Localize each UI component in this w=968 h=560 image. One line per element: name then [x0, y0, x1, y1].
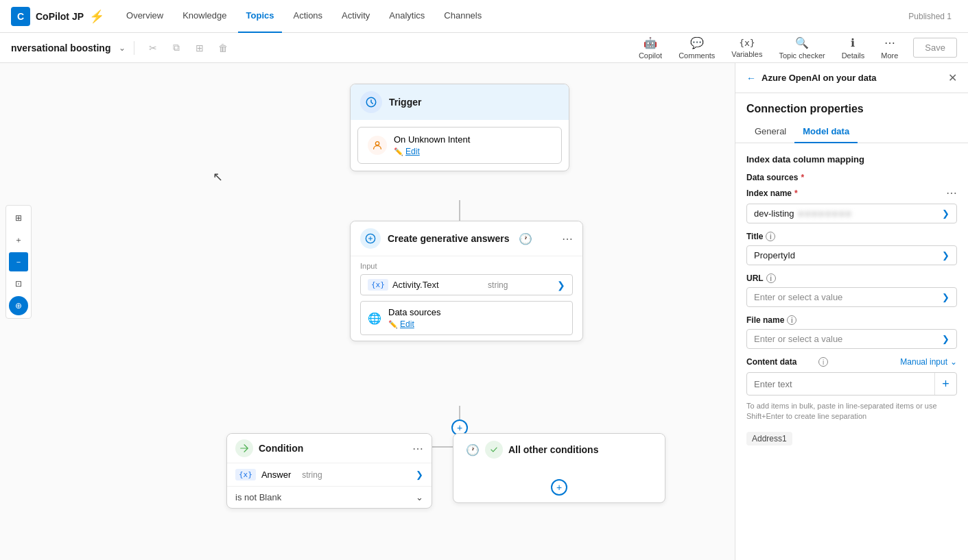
- content-data-header: Content data i Manual input ⌄: [746, 357, 957, 367]
- svg-point-9: [375, 142, 379, 145]
- panel-tabs: General Model data: [735, 121, 968, 143]
- file-name-expand-icon[interactable]: ❯: [942, 334, 949, 344]
- add-btn-other[interactable]: +: [551, 479, 567, 496]
- url-expand-icon[interactable]: ❯: [942, 292, 949, 302]
- manual-input-toggle[interactable]: Manual input ⌄: [900, 357, 957, 367]
- blank-chevron-icon[interactable]: ⌄: [416, 492, 423, 502]
- index-name-header: Index name * ⋯: [746, 186, 957, 199]
- globe-icon: 🌐: [368, 312, 381, 325]
- address-tag: Address1: [746, 432, 792, 446]
- trigger-icon: [360, 91, 382, 113]
- panel-close-button[interactable]: ✕: [948, 71, 957, 84]
- file-name-placeholder: Enter or select a value: [754, 334, 842, 344]
- cut-button[interactable]: ✂: [143, 38, 163, 58]
- history-icon[interactable]: 🕐: [519, 232, 532, 245]
- gen-title: Create generative answers: [388, 233, 509, 244]
- panel-back-icon[interactable]: ←: [746, 73, 756, 84]
- nav-overview[interactable]: Overview: [118, 0, 172, 33]
- title-chevron-icon[interactable]: ⌄: [119, 43, 126, 53]
- delete-button[interactable]: 🗑: [213, 38, 233, 58]
- answer-row[interactable]: {x} Answer string ❯: [227, 463, 432, 487]
- more-button[interactable]: ⋯ More: [874, 34, 905, 62]
- topic-title: nversational boosting: [11, 42, 110, 53]
- answer-expand-icon[interactable]: ❯: [416, 470, 423, 480]
- url-field-label: URL i: [746, 273, 957, 283]
- details-button[interactable]: ℹ Details: [835, 34, 872, 62]
- editor-toolbar: nversational boosting ⌄ ✂ ⧉ ⊞ 🗑 🤖 Copilo…: [0, 33, 968, 63]
- tab-general[interactable]: General: [746, 121, 794, 143]
- title-expand-icon[interactable]: ❯: [942, 250, 949, 260]
- condition-more-icon[interactable]: ⋯: [412, 442, 423, 455]
- details-icon: ℹ: [851, 36, 855, 49]
- url-info-icon[interactable]: i: [766, 273, 776, 283]
- file-name-field-label: File name i: [746, 315, 957, 325]
- nav-knowledge[interactable]: Knowledge: [174, 0, 235, 33]
- tab-model-data[interactable]: Model data: [794, 121, 858, 143]
- variables-label: Variables: [731, 50, 762, 58]
- content-data-info-icon[interactable]: i: [818, 357, 828, 367]
- nav-analytics[interactable]: Analytics: [381, 0, 433, 33]
- input-row[interactable]: {x} Activity.Text string ❯: [360, 274, 573, 295]
- var-tag: {x}: [368, 279, 388, 291]
- url-placeholder: Enter or select a value: [754, 292, 842, 302]
- gen-more-icon[interactable]: ⋯: [562, 232, 573, 245]
- more-icon: ⋯: [884, 36, 895, 49]
- panel-header: ← Azure OpenAI on your data ✕: [735, 63, 968, 93]
- answer-variable: Answer: [261, 470, 291, 480]
- enter-text-input[interactable]: [747, 374, 934, 395]
- title-info-icon[interactable]: i: [766, 232, 775, 241]
- nav-activity[interactable]: Activity: [333, 0, 378, 33]
- intent-icon: [368, 136, 387, 155]
- title-field[interactable]: PropertyId ❯: [746, 245, 957, 265]
- variables-button[interactable]: {x} Variables: [724, 35, 769, 61]
- nav-channels[interactable]: Channels: [436, 0, 490, 33]
- blank-row[interactable]: is not Blank ⌄: [227, 487, 432, 508]
- file-name-field[interactable]: Enter or select a value ❯: [746, 329, 957, 349]
- index-name-field[interactable]: dev-listing ■■■■■■■■ ❯: [746, 204, 957, 223]
- blank-text: is not Blank: [235, 492, 281, 502]
- paste-button[interactable]: ⊞: [189, 38, 210, 58]
- variable-name: Activity.Text: [392, 280, 439, 290]
- input-expand-icon[interactable]: ❯: [557, 280, 565, 291]
- panel-content: Index data column mapping Data sources *…: [735, 143, 968, 560]
- datasources-section: 🌐 Data sources ✏️ Edit: [351, 301, 582, 341]
- cursor-indicator: ↖: [213, 169, 223, 184]
- all-other-node: 🕐 All other conditions +: [453, 433, 665, 503]
- gen-input-section: Input {x} Activity.Text string ❯: [351, 256, 582, 301]
- intent-edit-link[interactable]: Edit: [405, 147, 420, 156]
- zoom-fit-button[interactable]: ⊞: [9, 208, 28, 228]
- brand-badge: ⚡: [89, 9, 104, 24]
- datasources-row[interactable]: 🌐 Data sources ✏️ Edit: [360, 301, 573, 335]
- right-panel: ← Azure OpenAI on your data ✕ Connection…: [735, 63, 968, 560]
- nav-actions[interactable]: Actions: [285, 0, 331, 33]
- copilot-label: Copilot: [639, 51, 662, 60]
- section-title: Index data column mapping: [746, 154, 957, 165]
- zoom-in-button[interactable]: ＋: [9, 230, 28, 249]
- file-name-info-icon[interactable]: i: [787, 315, 796, 325]
- datasources-edit-link[interactable]: Edit: [400, 319, 414, 329]
- other-header: 🕐 All other conditions: [453, 434, 665, 465]
- index-name-value: dev-listing: [754, 208, 794, 219]
- url-field[interactable]: Enter or select a value ❯: [746, 287, 957, 307]
- index-name-blurred: ■■■■■■■■: [799, 208, 853, 219]
- copy-button[interactable]: ⧉: [166, 38, 187, 58]
- left-mini-toolbar: ⊞ ＋ － ⊡ ⊕: [5, 205, 32, 319]
- trigger-title: Trigger: [389, 97, 421, 108]
- index-expand-icon[interactable]: ❯: [942, 208, 949, 219]
- copilot-button[interactable]: 🤖 Copilot: [632, 34, 669, 62]
- minimap-button[interactable]: ⊡: [9, 274, 28, 293]
- input-label: Input: [360, 262, 573, 270]
- manual-input-label: Manual input: [900, 357, 947, 367]
- answer-type: string: [302, 470, 322, 480]
- answer-var-tag: {x}: [235, 469, 256, 480]
- index-more-icon[interactable]: ⋯: [946, 186, 957, 199]
- cursor-select[interactable]: ⊕: [9, 296, 28, 315]
- enter-text-row: +: [746, 372, 957, 395]
- zoom-out-button[interactable]: －: [9, 252, 28, 271]
- nav-topics[interactable]: Topics: [238, 0, 283, 33]
- topic-checker-button[interactable]: 🔍 Topic checker: [772, 34, 831, 62]
- save-button[interactable]: Save: [913, 38, 957, 58]
- add-text-button[interactable]: +: [934, 373, 956, 395]
- other-history-icon[interactable]: 🕐: [466, 443, 480, 456]
- comments-button[interactable]: 💬 Comments: [672, 34, 722, 62]
